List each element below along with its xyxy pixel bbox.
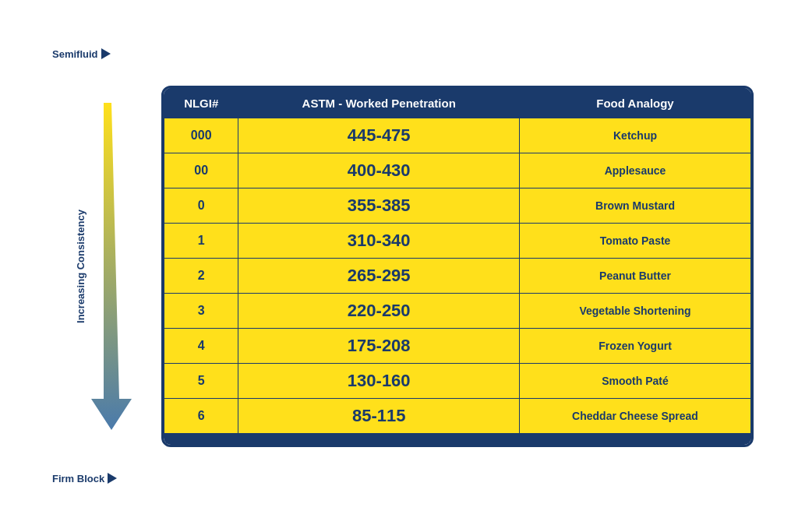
penetration-cell: 85-115: [238, 398, 520, 433]
nlgi-cell: 0: [164, 188, 238, 223]
table-row: 2265-295Peanut Butter: [164, 258, 751, 293]
semifluid-text: Semifluid: [52, 48, 98, 60]
left-sidebar: Semifluid Increasing Consistency Firm Bl…: [44, 48, 161, 484]
food-analogy-cell: Peanut Butter: [520, 258, 751, 293]
nlgi-cell: 6: [164, 398, 238, 433]
table-footer-row: [164, 433, 751, 444]
food-analogy-cell: Frozen Yogurt: [520, 328, 751, 363]
food-analogy-cell: Smooth Paté: [520, 363, 751, 398]
food-analogy-cell: Vegetable Shortening: [520, 293, 751, 328]
nlgi-cell: 00: [164, 153, 238, 188]
nlgi-cell: 4: [164, 328, 238, 363]
table-row: 1310-340Tomato Paste: [164, 223, 751, 258]
firm-block-arrow-icon: [108, 473, 117, 484]
penetration-cell: 355-385: [238, 188, 520, 223]
penetration-cell: 175-208: [238, 328, 520, 363]
nlgi-cell: 000: [164, 118, 238, 153]
penetration-cell: 130-160: [238, 363, 520, 398]
svg-marker-0: [91, 103, 132, 430]
table-row: 685-115Cheddar Cheese Spread: [164, 398, 751, 433]
penetration-cell: 220-250: [238, 293, 520, 328]
table-row: 4175-208Frozen Yogurt: [164, 328, 751, 363]
nlgi-cell: 1: [164, 223, 238, 258]
header-nlgi: NLGI#: [164, 88, 238, 118]
table-header-row: NLGI# ASTM - Worked Penetration Food Ana…: [164, 88, 751, 118]
table-row: 3220-250Vegetable Shortening: [164, 293, 751, 328]
food-analogy-cell: Applesauce: [520, 153, 751, 188]
food-analogy-cell: Cheddar Cheese Spread: [520, 398, 751, 433]
table-row: 5130-160Smooth Paté: [164, 363, 751, 398]
nlgi-table: NLGI# ASTM - Worked Penetration Food Ana…: [164, 88, 751, 445]
increasing-consistency-area: Increasing Consistency: [75, 68, 132, 465]
food-analogy-cell: Brown Mustard: [520, 188, 751, 223]
penetration-cell: 445-475: [238, 118, 520, 153]
table-row: 00400-430Applesauce: [164, 153, 751, 188]
page-wrapper: Semifluid Increasing Consistency Firm Bl…: [0, 0, 798, 532]
increasing-consistency-text: Increasing Consistency: [75, 210, 87, 323]
table-row: 0355-385Brown Mustard: [164, 188, 751, 223]
nlgi-cell: 2: [164, 258, 238, 293]
food-analogy-cell: Ketchup: [520, 118, 751, 153]
penetration-cell: 310-340: [238, 223, 520, 258]
penetration-cell: 265-295: [238, 258, 520, 293]
penetration-cell: 400-430: [238, 153, 520, 188]
header-penetration: ASTM - Worked Penetration: [238, 88, 520, 118]
nlgi-cell: 3: [164, 293, 238, 328]
table-row: 000445-475Ketchup: [164, 118, 751, 153]
header-food: Food Analogy: [520, 88, 751, 118]
firm-block-text: Firm Block: [52, 473, 104, 484]
table-container: NLGI# ASTM - Worked Penetration Food Ana…: [161, 86, 754, 447]
firm-block-label-row: Firm Block: [52, 473, 117, 484]
gradient-arrow-svg: [91, 103, 132, 430]
nlgi-cell: 5: [164, 363, 238, 398]
semifluid-arrow-icon: [101, 48, 111, 59]
semifluid-label-row: Semifluid: [52, 48, 111, 60]
food-analogy-cell: Tomato Paste: [520, 223, 751, 258]
